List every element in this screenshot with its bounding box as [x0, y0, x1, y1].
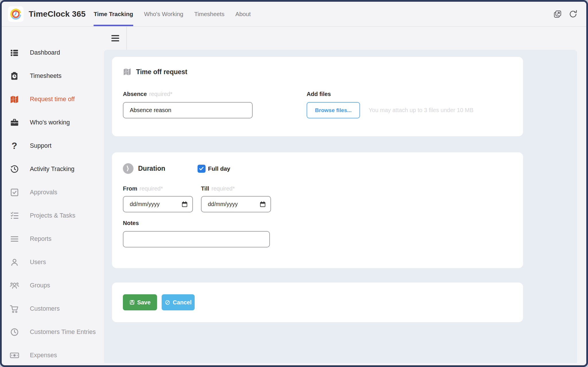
browse-files-button[interactable]: Browse files... [307, 102, 360, 118]
briefcase-icon [9, 118, 20, 128]
full-day-toggle[interactable]: Full day [198, 165, 230, 173]
dashboard-icon [9, 48, 20, 58]
tab-timesheets[interactable]: Timesheets [194, 2, 225, 26]
top-navbar: TimeClock 365 Time Tracking Who's Workin… [2, 2, 586, 27]
sidebar-item-activity-tracking[interactable]: Activity Tracking [2, 157, 104, 181]
cancel-icon [165, 300, 170, 305]
time-off-request-card: Time off request Absencerequired* Add fi… [112, 57, 523, 136]
history-clock-icon [9, 164, 20, 174]
sidebar-item-label: Groups [30, 282, 50, 289]
sidebar-item-label: Users [30, 259, 46, 266]
body: Dashboard Timesheets [2, 27, 586, 363]
sidebar-item-label: Timesheets [30, 72, 61, 80]
sidebar-item-label: Expenses [30, 352, 57, 359]
full-day-label: Full day [208, 165, 230, 172]
sidebar-item-expenses[interactable]: Expenses [2, 344, 104, 367]
sidebar-item-request-time-off[interactable]: Request time off [2, 88, 104, 111]
required-hint: required* [212, 185, 235, 192]
external-link-icon [553, 10, 562, 18]
sidebar-item-customers-time-entries[interactable]: Customers Time Entries [2, 320, 104, 344]
till-date-input[interactable]: dd/mm/yyyy [201, 196, 271, 212]
sidebar-item-approvals[interactable]: Approvals [2, 181, 104, 204]
map-icon [123, 68, 131, 76]
cancel-button-label: Cancel [173, 299, 192, 306]
app-window: TimeClock 365 Time Tracking Who's Workin… [0, 0, 588, 367]
sidebar-item-customers[interactable]: Customers [2, 297, 104, 320]
timeclock-logo-icon [9, 7, 22, 21]
lines-icon [9, 234, 20, 244]
clock-icon [9, 327, 20, 337]
punch-clock-icon [9, 71, 20, 81]
full-day-checkbox[interactable] [198, 165, 206, 173]
from-date-input[interactable]: dd/mm/yyyy [123, 196, 193, 212]
app-title: TimeClock 365 [29, 9, 86, 19]
absence-label: Absencerequired* [123, 91, 253, 97]
sidebar-item-users[interactable]: Users [2, 251, 104, 274]
map-icon [9, 94, 20, 105]
sidebar-toggle-area [104, 27, 127, 50]
tab-about[interactable]: About [235, 2, 251, 26]
sidebar-item-dashboard[interactable]: Dashboard [2, 41, 104, 64]
question-mark-icon: ? [9, 141, 20, 151]
sidebar-item-groups[interactable]: Groups [2, 274, 104, 297]
required-hint: required* [149, 91, 172, 97]
checkmark-icon [199, 166, 204, 171]
date-placeholder: dd/mm/yyyy [208, 201, 238, 207]
notes-input[interactable] [123, 231, 270, 247]
cancel-button[interactable]: Cancel [162, 294, 195, 310]
duration-card: Duration Full day [112, 152, 523, 268]
card-title: Duration [138, 165, 165, 172]
refresh-button[interactable] [568, 9, 578, 19]
sidebar-item-label: Reports [30, 235, 51, 243]
absence-reason-input[interactable] [123, 102, 253, 118]
form-actions-card: Save Cancel [112, 283, 523, 322]
add-files-label: Add files [307, 91, 473, 97]
save-button-label: Save [137, 299, 151, 306]
tab-whos-working[interactable]: Who's Working [144, 2, 183, 26]
refresh-icon [568, 9, 578, 19]
sidebar-item-label: Support [30, 142, 51, 149]
save-button[interactable]: Save [123, 294, 157, 310]
sidebar-item-label: Who's working [30, 119, 70, 126]
content-panel: Time off request Absencerequired* Add fi… [104, 50, 577, 363]
sidebar: Dashboard Timesheets [2, 27, 104, 363]
sidebar-item-reports[interactable]: Reports [2, 227, 104, 251]
sidebar-item-timesheets[interactable]: Timesheets [2, 64, 104, 88]
sidebar-item-support[interactable]: ? Support [2, 134, 104, 157]
from-date-field: Fromrequired* dd/mm/yyyy [123, 185, 193, 212]
content-toolbar [104, 27, 586, 50]
cart-icon [9, 304, 20, 314]
sidebar-item-label: Projects & Tasks [30, 212, 76, 219]
sidebar-item-label: Approvals [30, 189, 57, 196]
calendar-icon[interactable] [181, 201, 188, 207]
sidebar-item-label: Activity Tracking [30, 166, 74, 173]
absence-field: Absencerequired* [123, 91, 253, 118]
add-files-field: Add files Browse files... You may attach… [307, 91, 473, 118]
sidebar-item-projects-tasks[interactable]: Projects & Tasks [2, 204, 104, 227]
user-icon [9, 257, 20, 268]
attach-files-hint: You may attach up to 3 files under 10 MB [369, 107, 473, 114]
till-date-field: Tillrequired* dd/mm/yyyy [201, 185, 271, 212]
banknote-icon [9, 350, 20, 361]
notes-label: Notes [123, 220, 523, 226]
notes-field: Notes [123, 220, 523, 247]
open-external-button[interactable] [553, 9, 562, 19]
sidebar-item-label: Request time off [30, 96, 75, 103]
sidebar-item-label: Customers [30, 305, 60, 312]
till-label: Tillrequired* [201, 185, 271, 192]
save-icon [129, 300, 135, 305]
calendar-icon[interactable] [260, 201, 266, 207]
date-placeholder: dd/mm/yyyy [130, 201, 160, 207]
clock-icon [123, 163, 134, 174]
check-square-icon [9, 187, 20, 198]
topbar-actions [553, 9, 578, 19]
app-logo[interactable] [8, 6, 24, 22]
people-icon [9, 280, 20, 291]
main-area: Time off request Absencerequired* Add fi… [104, 27, 586, 363]
tab-time-tracking[interactable]: Time Tracking [94, 2, 133, 26]
sidebar-item-whos-working[interactable]: Who's working [2, 111, 104, 134]
from-label: Fromrequired* [123, 185, 193, 192]
hamburger-menu-button[interactable] [110, 34, 120, 43]
sidebar-item-label: Customers Time Entries [30, 328, 96, 336]
task-list-icon [9, 211, 20, 221]
